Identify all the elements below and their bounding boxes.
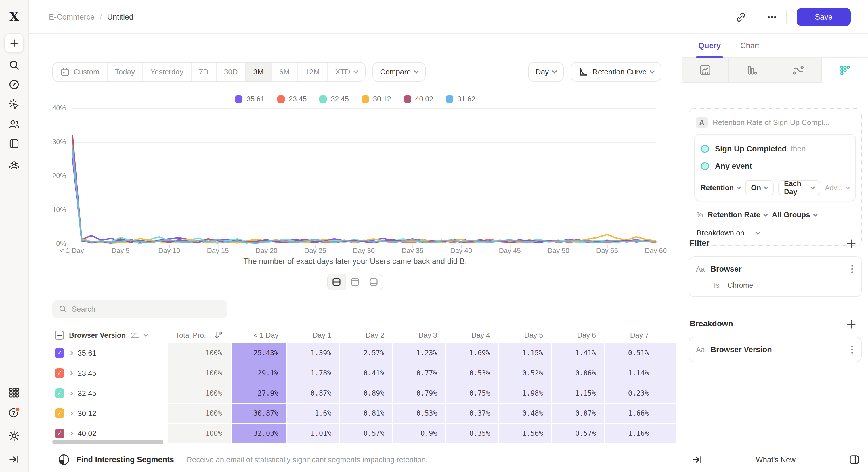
report-type-insights[interactable] (682, 58, 729, 83)
table-header-day[interactable]: Day 3 (393, 328, 445, 343)
table-header-total[interactable]: Total Pro... (168, 328, 231, 343)
boards-icon[interactable] (8, 138, 20, 149)
table-header-day[interactable]: Day 5 (499, 328, 551, 343)
filter-property[interactable]: Browser (711, 265, 844, 274)
report-content: CustomTodayYesterday7D30D3M6M12MXTD Comp… (29, 34, 682, 472)
compare-button[interactable]: Compare (372, 62, 426, 81)
range-custom[interactable]: Custom (53, 63, 107, 81)
breakdown-on-dropdown[interactable]: Breakdown on ... (696, 229, 760, 237)
breadcrumb-project[interactable]: E-Commerce (49, 13, 95, 22)
create-new-button[interactable] (4, 33, 24, 53)
row-checkbox[interactable]: ✓ (55, 389, 64, 398)
range-30d[interactable]: 30D (217, 63, 246, 81)
return-event-row[interactable]: Any event (701, 158, 849, 175)
table-header-day[interactable]: Day 2 (340, 328, 392, 343)
layout-table-button[interactable] (364, 274, 383, 290)
table-header-day[interactable]: Day 1 (287, 328, 339, 343)
legend-item[interactable]: 40.02 (404, 95, 433, 103)
range-yesterday[interactable]: Yesterday (143, 63, 191, 81)
tab-chart[interactable]: Chart (740, 34, 759, 58)
select-all-checkbox[interactable] (55, 331, 64, 340)
range-12m[interactable]: 12M (298, 63, 328, 81)
table-row[interactable]: ✓23.45100%29.1%1.78%0.41%0.77%0.53%0.52%… (52, 363, 677, 383)
retention-dropdown[interactable]: Retention (701, 184, 741, 192)
row-day-value: 1.01% (287, 424, 339, 443)
row-expand-icon[interactable] (69, 391, 73, 395)
save-button[interactable]: Save (797, 8, 851, 26)
row-expand-icon[interactable] (69, 351, 73, 355)
chart-type-button[interactable]: Retention Curve (570, 62, 661, 81)
row-day-value: 0.53% (393, 404, 445, 423)
help-icon[interactable]: ? (8, 406, 21, 419)
add-filter-button[interactable] (846, 239, 857, 249)
find-segments-link[interactable]: Find Interesting Segments (76, 455, 174, 464)
filter-value[interactable]: Chrome (727, 281, 753, 290)
search-input[interactable] (72, 305, 221, 314)
row-checkbox[interactable]: ✓ (55, 348, 64, 358)
report-type-flows[interactable] (775, 58, 822, 83)
legend-item[interactable]: 32.45 (319, 95, 349, 103)
rate-dropdown[interactable]: Retention Rate (708, 210, 767, 219)
advanced-dropdown[interactable]: Adv... (825, 184, 849, 192)
breakdown-kebab-icon[interactable] (850, 344, 854, 355)
table-row[interactable]: ✓32.45100%27.9%0.87%0.89%0.79%0.75%1.98%… (52, 383, 677, 403)
groups-dropdown[interactable]: All Groups (772, 210, 817, 219)
granularity-button[interactable]: Day (528, 62, 564, 81)
report-type-retention[interactable] (822, 58, 868, 83)
table-row[interactable]: ✓30.12100%30.87%1.6%0.81%0.53%0.37%0.48%… (52, 404, 677, 423)
row-expand-icon[interactable] (69, 371, 73, 375)
row-expand-icon[interactable] (69, 432, 73, 436)
report-type-strip (682, 58, 868, 83)
tab-query[interactable]: Query (698, 34, 721, 58)
discover-compass-icon[interactable] (8, 79, 20, 90)
table-header-day[interactable]: < 1 Day (232, 328, 286, 343)
legend-item[interactable]: 23.45 (277, 95, 307, 103)
range-7d[interactable]: 7D (191, 63, 217, 81)
report-type-funnels[interactable] (729, 58, 775, 83)
legend-item[interactable]: 31.62 (446, 95, 475, 103)
breadcrumb-report-title[interactable]: Untitled (107, 13, 134, 22)
row-expand-icon[interactable] (69, 411, 73, 415)
table-header-day[interactable]: Day 4 (446, 328, 498, 343)
filter-kebab-icon[interactable] (850, 264, 854, 274)
layout-split-button[interactable] (328, 274, 346, 290)
events-cursor-icon[interactable] (8, 99, 20, 110)
first-event-row[interactable]: Sign Up Completed then (701, 140, 849, 158)
table-header-day[interactable]: Day 8 (657, 328, 677, 343)
cohorts-icon[interactable] (8, 159, 20, 171)
panel-collapse-icon[interactable] (691, 454, 703, 465)
toggle-panel-icon[interactable] (848, 454, 860, 465)
range-3m[interactable]: 3M (246, 63, 272, 81)
search-icon[interactable] (8, 59, 20, 71)
range-today[interactable]: Today (107, 63, 143, 81)
query-title[interactable]: Retention Rate of Sign Up Compl... (713, 118, 830, 127)
whats-new-link[interactable]: What's New (703, 455, 848, 464)
horizontal-scrollbar[interactable] (52, 440, 163, 444)
row-checkbox[interactable]: ✓ (55, 408, 64, 418)
row-checkbox[interactable]: ✓ (55, 368, 64, 378)
legend-item[interactable]: 35.61 (235, 95, 265, 103)
mixpanel-logo-icon[interactable]: X (7, 9, 21, 24)
table-header-day[interactable]: Day 7 (604, 328, 657, 343)
layout-chart-button[interactable] (346, 274, 364, 290)
legend-item[interactable]: 30.12 (362, 95, 391, 103)
table-header-group[interactable]: Browser Version 21 (52, 328, 167, 343)
sidebar-collapse-icon[interactable] (8, 453, 20, 465)
table-header-day[interactable]: Day 6 (552, 328, 604, 343)
breakdown-property[interactable]: Browser Version (711, 345, 844, 354)
copy-link-icon[interactable] (735, 11, 747, 24)
row-checkbox[interactable]: ✓ (55, 429, 64, 438)
filter-operator[interactable]: Is (714, 281, 719, 290)
each-day-dropdown[interactable]: Each Day (778, 180, 820, 196)
range-xtd[interactable]: XTD (328, 63, 365, 81)
on-dropdown[interactable]: On (745, 180, 774, 196)
table-row[interactable]: ✓35.61100%25.43%1.39%2.57%1.23%1.69%1.15… (52, 343, 677, 363)
retention-chart[interactable] (72, 108, 656, 248)
range-6m[interactable]: 6M (272, 63, 298, 81)
apps-grid-icon[interactable] (8, 387, 20, 398)
settings-gear-icon[interactable] (8, 430, 20, 441)
users-icon[interactable] (8, 119, 20, 130)
search-input-icon (59, 304, 67, 314)
add-breakdown-button[interactable] (846, 319, 857, 329)
more-options-icon[interactable] (766, 11, 778, 24)
